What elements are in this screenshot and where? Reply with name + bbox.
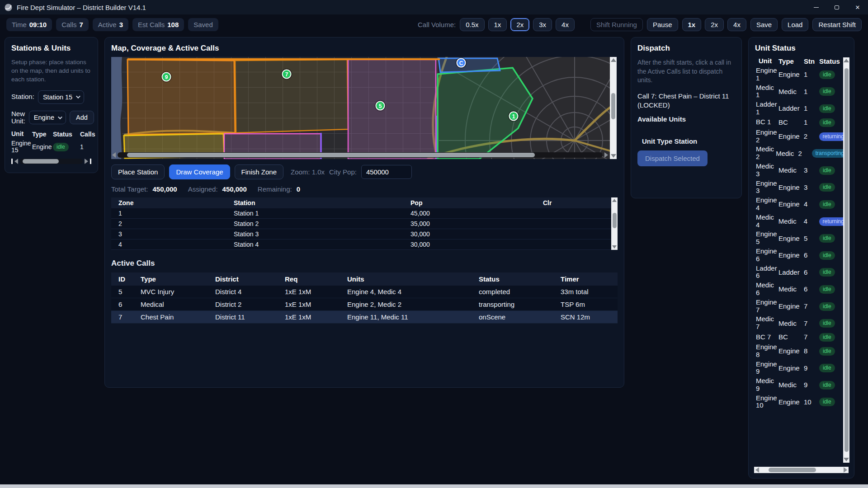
call-cell: 5 [111,288,141,296]
place-station-button[interactable]: Place Station [111,164,165,179]
unit-status-horizontal-scrollbar[interactable] [754,467,849,473]
stat-label: Active [98,21,117,28]
call-volume-2x-button[interactable]: 2x [510,18,529,31]
unit-status-row[interactable]: Ladder 1Ladder1idle [755,100,848,117]
unit-status-row[interactable]: Medic 9Medic9idle [755,376,848,394]
map-marker-7[interactable]: 7 [282,70,292,79]
speed-2x-button[interactable]: 2x [705,18,724,31]
scrollbar-thumb[interactable] [844,68,849,452]
station-unit-row[interactable]: Engine 15Engineidle1 [11,140,97,154]
pause-button[interactable]: Pause [647,18,678,31]
unit-name: Medic 7 [755,315,778,331]
unit-status-row[interactable]: Medic 3Medic3idle [755,162,848,179]
unit-status-row[interactable]: Medic 7Medic7idle [755,314,848,332]
call-volume-4x-button[interactable]: 4x [556,18,575,31]
active-call-row-6[interactable]: 6MedicalDistrict 21xE 1xMEngine 2, Medic… [111,298,618,311]
finish-zone-button[interactable]: Finish Zone [235,164,283,179]
load-button[interactable]: Load [782,18,808,31]
zone-table-row[interactable]: 1Station 145,000 [111,208,611,219]
call-volume-1x-button[interactable]: 1x [488,18,507,31]
zone-cell: 30,000 [410,230,543,238]
unit-status-row[interactable]: Engine 1Engine1idle [755,66,848,83]
scroll-right-icon[interactable] [844,467,847,473]
map-horizontal-scrollbar[interactable] [112,152,608,158]
scrollbar-thumb[interactable] [613,213,617,228]
unit-type: Medic [778,285,804,293]
new-unit-select[interactable]: Engine [29,111,66,124]
scroll-down-icon[interactable] [611,154,616,158]
call-cell: Chest Pain [141,313,215,321]
unit-status-row[interactable]: Ladder 6Ladder6idle [755,264,848,281]
city-pop-input[interactable] [361,165,412,179]
dispatch-selected-button[interactable]: Dispatch Selected [637,150,708,166]
scroll-up-icon[interactable] [611,58,616,62]
add-unit-button[interactable]: Add [70,111,94,124]
unit-status-row[interactable]: BC 1BC1idle [755,117,848,128]
scrollbar-thumb[interactable] [611,93,615,119]
unit-status-row[interactable]: Engine 7Engine7idle [755,298,848,315]
restart-shift-button[interactable]: Restart Shift [812,18,862,31]
unit-status-row[interactable]: BC 7BC7idle [755,332,848,343]
map-vertical-scrollbar[interactable] [610,57,617,159]
city-pop-label: City Pop: [329,168,357,176]
active-call-row-5[interactable]: 5MVC InjuryDistrict 41xE 1xMEngine 4, Me… [111,286,618,298]
station-select[interactable]: Station 15 [38,90,84,104]
save-button[interactable]: Save [750,18,778,31]
scroll-right-icon[interactable] [604,152,608,158]
zone-table-row[interactable]: 3Station 330,000 [111,229,611,239]
unit-type: Engine [778,132,804,140]
unit-station: 7 [804,333,819,341]
scroll-up-icon[interactable] [612,199,617,202]
map-marker-9[interactable]: 9 [162,72,171,82]
stat-pill-est-calls: Est Calls108 [132,18,184,31]
unit-status-row[interactable]: Engine 10Engine10idle [755,394,848,411]
unit-status-vertical-scrollbar[interactable] [843,57,849,463]
scroll-up-icon[interactable] [844,59,849,62]
zone-table-row[interactable]: 4Station 430,000 [111,239,611,250]
unit-station: 9 [804,381,819,389]
unit-status-row[interactable]: Engine 6Engine6idle [755,247,848,264]
scroll-left-icon[interactable] [14,159,18,164]
scroll-left-icon[interactable] [112,152,116,158]
unit-station: 6 [804,268,819,276]
scroll-down-icon[interactable] [844,458,849,461]
unit-station: 1 [804,88,819,95]
unit-status-row[interactable]: Engine 2Engine2returning [755,128,848,145]
scrollbar-thumb[interactable] [769,468,816,472]
draw-coverage-button[interactable]: Draw Coverage [169,164,230,179]
map-marker-C[interactable]: C [457,58,466,68]
unit-status-cell: transporting [812,149,848,158]
map-canvas[interactable]: 975C1 [111,57,617,159]
unit-status-row[interactable]: Medic 2Medic2transporting [755,145,848,162]
call-volume-0.5x-button[interactable]: 0.5x [460,18,484,31]
unit-status-row[interactable]: Medic 1Medic1idle [755,83,848,100]
map-marker-5[interactable]: 5 [376,101,385,111]
map-marker-1[interactable]: 1 [509,112,519,121]
active-call-row-7[interactable]: 7Chest PainDistrict 111xE 1xMEngine 11, … [111,311,618,324]
minimize-button[interactable] [806,0,826,14]
unit-status-row[interactable]: Engine 3Engine3idle [755,179,848,196]
speed-4x-button[interactable]: 4x [727,18,746,31]
zone-table-row[interactable]: 2Station 235,000 [111,219,611,229]
unit-status-row[interactable]: Engine 9Engine9idle [755,360,848,377]
close-button[interactable]: ✕ [847,0,868,14]
unit-status-row[interactable]: Engine 5Engine5idle [755,230,848,247]
scroll-down-icon[interactable] [612,245,617,249]
scrollbar-track[interactable] [118,152,603,158]
speed-1x-button[interactable]: 1x [682,18,702,31]
scrollbar-thumb[interactable] [127,153,534,157]
stations-horizontal-scrollbar[interactable] [11,158,91,164]
scrollbar-track[interactable] [760,467,842,473]
scrollbar-thumb[interactable] [23,159,59,164]
scroll-right-icon[interactable] [85,159,88,164]
maximize-button[interactable] [826,0,847,14]
scroll-left-icon[interactable] [755,467,759,473]
unit-status-row[interactable]: Engine 4Engine4idle [755,196,848,213]
unit-status-row[interactable]: Medic 6Medic6idle [755,281,848,298]
call-volume-3x-button[interactable]: 3x [533,18,552,31]
zone-table-scrollbar[interactable] [611,197,618,250]
unit-status-row[interactable]: Medic 4Medic4returning [755,213,848,230]
scrollbar-track[interactable] [20,159,83,164]
unit-status-row[interactable]: Engine 8Engine8idle [755,343,848,360]
station-units-col-calls: Calls [76,131,94,138]
